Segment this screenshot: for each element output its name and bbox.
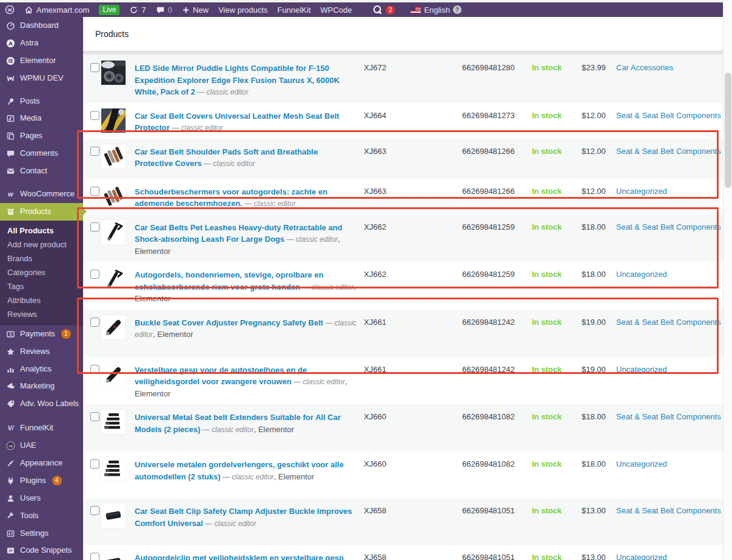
product-title-link[interactable]: Verstelbare gesp voor de autostoelhoes e… — [135, 365, 307, 387]
sidebar-item-funnelkit[interactable]: V/ FunnelKit — [0, 419, 83, 437]
row-checkbox[interactable] — [90, 459, 99, 468]
table-row: Universele metalen gordelverlengers, ges… — [83, 452, 723, 498]
submenu-item-all-products[interactable]: All Products — [0, 224, 83, 238]
product-title-link[interactable]: Autogordels, hondenriemen, stevige, opro… — [135, 270, 323, 292]
sidebar-item-media[interactable]: Media — [0, 110, 83, 127]
new-button[interactable]: New — [177, 2, 213, 17]
sidebar-item-comments[interactable]: Comments — [0, 145, 83, 162]
sidebar-item-users[interactable]: Users — [0, 490, 83, 507]
product-thumbnail — [101, 262, 135, 292]
product-category-link[interactable]: Seat & Seat Belt Components — [616, 147, 721, 156]
product-thumbnail — [101, 179, 135, 208]
sidebar-item-wpmu-dev[interactable]: WPMU DEV — [0, 70, 83, 87]
row-checkbox[interactable] — [90, 222, 99, 232]
product-title-link[interactable]: Schouderbeschermers voor autogordels: za… — [135, 187, 327, 208]
scrollbar[interactable] — [723, 0, 732, 560]
stock-status: In stock — [532, 357, 582, 374]
product-title-link[interactable]: Buckle Seat Cover Adjuster Pregnancy Saf… — [135, 318, 323, 327]
scroll-shadow — [83, 51, 723, 55]
product-category-link[interactable]: Uncategorized — [616, 365, 667, 374]
product-sku: XJ664 — [364, 103, 462, 120]
product-category-link[interactable]: Seat & Seat Belt Components — [616, 222, 721, 232]
product-sku: XJ660 — [364, 452, 462, 468]
submenu-item-tags[interactable]: Tags — [0, 279, 83, 293]
row-checkbox[interactable] — [90, 506, 99, 515]
submenu-item-categories[interactable]: Categories — [0, 265, 83, 279]
stock-status: In stock — [532, 139, 582, 156]
sidebar-item-appearance[interactable]: Appearance — [0, 455, 83, 472]
current-menu-arrow — [83, 208, 87, 215]
sidebar-item-dashboard[interactable]: Dashboard — [0, 17, 83, 35]
post-state-label: classic editor — [300, 283, 354, 292]
sidebar-item-pages[interactable]: Pages — [0, 127, 83, 145]
pin-icon — [5, 96, 15, 106]
row-checkbox[interactable] — [90, 63, 99, 72]
submenu-item-add-new-product[interactable]: Add new product — [0, 238, 83, 252]
sidebar-item-plugins[interactable]: Plugins 4 — [0, 472, 83, 490]
row-checkbox[interactable] — [90, 553, 99, 560]
sidebar-item-astra[interactable]: Astra — [0, 35, 83, 52]
product-category-link[interactable]: Seat & Seat Belt Components — [616, 412, 721, 421]
row-checkbox[interactable] — [90, 111, 99, 120]
row-checkbox[interactable] — [90, 365, 99, 374]
comments-item[interactable]: 0 — [151, 2, 177, 17]
updates-count: 7 — [141, 5, 146, 15]
wpcode-toolbar-link[interactable]: WPCode — [315, 2, 357, 17]
sidebar-item-analytics[interactable]: Analytics — [0, 361, 83, 378]
product-price: $13.00 — [582, 498, 616, 515]
sidebar-item-payments[interactable]: $ Payments 1 — [0, 325, 83, 343]
product-category-link[interactable]: Uncategorized — [616, 459, 667, 468]
row-checkbox[interactable] — [90, 147, 99, 156]
row-checkbox[interactable] — [90, 270, 99, 279]
comment-icon — [156, 5, 165, 15]
product-category-link[interactable]: Seat & Seat Belt Components — [616, 111, 721, 120]
sidebar-item-uae[interactable]: UE UAE — [0, 437, 83, 455]
svg-text:/>: /> — [8, 548, 12, 553]
sidebar-item-elementor[interactable]: Elementor — [0, 52, 83, 70]
sidebar-item-adv-woo-labels[interactable]: Adv. Woo Labels — [0, 395, 83, 413]
view-products-link[interactable]: View products — [213, 2, 272, 17]
submenu-item-reviews[interactable]: Reviews — [0, 307, 83, 321]
product-category-link[interactable]: Uncategorized — [616, 270, 667, 279]
row-checkbox[interactable] — [90, 412, 99, 421]
sidebar-item-settings[interactable]: Settings — [0, 525, 83, 542]
sidebar-item-marketing[interactable]: Marketing — [0, 378, 83, 395]
product-category-link[interactable]: Uncategorized — [616, 187, 667, 196]
product-category-link[interactable]: Car Accessories — [616, 63, 673, 72]
support-menu[interactable]: 2 — [368, 2, 400, 17]
row-checkbox[interactable] — [90, 187, 99, 196]
product-title-link[interactable]: Car Seat Belt Covers Universal Leather M… — [135, 112, 339, 133]
product-category-link[interactable]: Seat & Seat Belt Components — [616, 318, 721, 327]
submenu-item-attributes[interactable]: Attributes — [0, 293, 83, 307]
product-sku: XJ660 — [364, 404, 462, 421]
help-icon[interactable]: ? — [453, 5, 462, 14]
product-category-link[interactable]: Uncategorized — [616, 553, 667, 560]
updates-item[interactable]: 7 — [124, 2, 150, 17]
wp-logo-menu[interactable]: W — [0, 2, 19, 17]
product-thumbnail — [101, 545, 135, 560]
scrollbar-thumb[interactable] — [725, 73, 731, 188]
pages-icon — [5, 132, 15, 141]
sidebar-item-tools[interactable]: Tools — [0, 507, 83, 525]
product-category-link[interactable]: Seat & Seat Belt Components — [616, 506, 721, 515]
submenu-item-brands[interactable]: Brands — [0, 252, 83, 265]
post-state-label: classic editor — [203, 519, 257, 528]
product-price: $18.00 — [582, 404, 616, 421]
live-badge: Live — [99, 5, 119, 15]
funnelkit-toolbar-link[interactable]: FunnelKit — [272, 2, 315, 17]
user-icon — [5, 493, 15, 503]
sidebar-item-code-snippets[interactable]: /> Code Snippets — [0, 542, 83, 559]
product-title-link[interactable]: Autogordelclip met veiligheidsklem en ve… — [135, 553, 344, 560]
sidebar-item-posts[interactable]: Posts — [0, 93, 83, 110]
table-row: Autogordels, hondenriemen, stevige, opro… — [83, 262, 723, 310]
product-gtin: 662698481242 — [462, 310, 532, 327]
sidebar-item-reviews[interactable]: Reviews — [0, 343, 83, 361]
sidebar-item-contact[interactable]: Contact — [0, 162, 83, 180]
product-gtin: 662698481051 — [462, 545, 532, 560]
row-checkbox[interactable] — [90, 318, 99, 327]
sidebar-item-products[interactable]: Products — [0, 203, 83, 221]
language-switcher[interactable]: English ? — [406, 2, 466, 17]
svg-text:$: $ — [9, 332, 12, 337]
site-menu[interactable]: Amexmart.com — [19, 2, 94, 17]
sidebar-item-woocommerce[interactable]: w WooCommerce — [0, 185, 83, 203]
